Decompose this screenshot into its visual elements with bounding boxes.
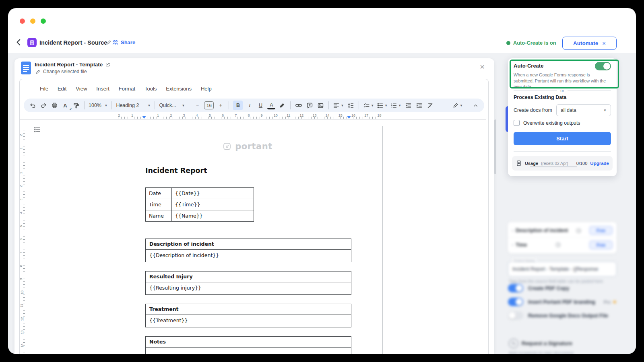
ruler-number: 13: [20, 330, 24, 334]
insert-link-icon[interactable]: [295, 101, 303, 110]
ruler-number: 2: [118, 113, 120, 117]
ruler-number: 15: [339, 113, 343, 117]
menu-file[interactable]: File: [40, 86, 48, 92]
chevron-down-icon: ▼: [603, 109, 607, 112]
redo-icon[interactable]: [39, 101, 47, 110]
horizontal-ruler[interactable]: 21123456789101112131415161718: [20, 113, 486, 120]
output-name-input[interactable]: Incident Report - Template - {{Response: [508, 261, 617, 277]
app-window: Incident Report - Source Share Auto-Crea…: [8, 8, 636, 354]
zoom-select[interactable]: 100% ▼: [89, 101, 107, 110]
bold-button[interactable]: B: [233, 101, 243, 110]
ruler-number: 2: [19, 185, 23, 187]
document-page[interactable]: portant Incident Report Date{{Date}} Tim…: [112, 126, 383, 354]
menu-edit[interactable]: Edit: [58, 86, 66, 92]
font-family-select[interactable]: Quick...▼: [159, 101, 185, 110]
window-zoom-button[interactable]: [41, 19, 46, 24]
ruler-number: 3: [183, 113, 185, 117]
ruler-number: 16: [351, 113, 355, 117]
line-spacing-icon[interactable]: [347, 101, 355, 110]
workflow-title: Incident Report - Source: [39, 39, 107, 46]
ruler-number: 1: [19, 148, 23, 150]
automate-close-icon[interactable]: ×: [602, 40, 606, 47]
menu-format[interactable]: Format: [119, 86, 135, 92]
numbered-list-select[interactable]: ▼: [390, 101, 401, 110]
signature-icon: ✎: [509, 339, 518, 348]
request-signature-title: Request a Signature: [522, 340, 572, 346]
insert-image-icon[interactable]: [316, 101, 324, 110]
align-select[interactable]: ▼: [333, 101, 344, 110]
status-dot-icon: [506, 41, 510, 45]
share-button[interactable]: Share: [112, 39, 135, 46]
option-row: Create PDF Copy: [508, 284, 569, 292]
create-docs-from-label: Create docs from: [514, 107, 552, 113]
bulleted-list-select[interactable]: ▼: [377, 101, 388, 110]
automate-popover: Auto-Create When a new Google Forms resp…: [508, 58, 617, 176]
auto-create-toggle[interactable]: [595, 62, 611, 70]
paragraph-style-select[interactable]: Heading 2▼: [116, 101, 151, 110]
left-margin-marker[interactable]: [142, 116, 146, 119]
window-close-button[interactable]: [20, 19, 25, 24]
start-button[interactable]: Start: [514, 132, 611, 145]
overwrite-checkbox[interactable]: [514, 120, 520, 126]
template-file-title: Incident Report - Template: [35, 62, 110, 68]
section-description: Description of incident {{Description of…: [145, 239, 351, 262]
print-icon[interactable]: [50, 101, 58, 110]
increase-font-size-button[interactable]: +: [217, 101, 225, 110]
text-color-button[interactable]: A: [267, 102, 275, 109]
decrease-font-size-button[interactable]: −: [193, 101, 201, 110]
rename-workflow-icon[interactable]: [106, 39, 112, 45]
source-field-row[interactable]: › Time Free: [508, 238, 617, 252]
highlight-color-icon[interactable]: [278, 101, 286, 110]
underline-button[interactable]: U: [256, 101, 264, 110]
vertical-ruler[interactable]: 211234567891011121314: [20, 121, 26, 354]
overwrite-checkbox-row[interactable]: Overwrite existing outputs: [514, 120, 580, 126]
section-treatment: Treatment {{Treatment}}: [145, 304, 351, 327]
collapse-toolbar-icon[interactable]: [471, 101, 479, 110]
upgrade-link[interactable]: Upgrade: [590, 161, 609, 166]
ruler-number: 13: [312, 113, 316, 117]
ruler-number: 4: [19, 212, 23, 214]
scrollbar[interactable]: [494, 119, 496, 174]
editing-mode-select[interactable]: ▼: [452, 101, 463, 110]
open-external-icon[interactable]: [105, 62, 110, 67]
add-comment-icon[interactable]: [305, 101, 314, 110]
auto-create-description: When a new Google Forms response is subm…: [514, 72, 611, 90]
create-pdf-toggle[interactable]: [508, 284, 523, 292]
history-icon[interactable]: [555, 242, 561, 248]
paint-format-icon[interactable]: [72, 101, 80, 110]
clear-formatting-icon[interactable]: [426, 101, 434, 110]
google-docs-frame: File Edit View Insert Format Tools Exten…: [19, 79, 489, 354]
menu-view[interactable]: View: [76, 86, 87, 92]
pdf-branding-toggle[interactable]: [508, 298, 523, 306]
change-selected-file-button[interactable]: Change selected file: [35, 69, 87, 74]
remove-gdocs-toggle[interactable]: [508, 311, 523, 320]
ruler-number: 2: [170, 113, 172, 117]
data-range-select[interactable]: all data ▼: [556, 104, 611, 116]
back-button[interactable]: [14, 38, 24, 47]
decrease-indent-icon[interactable]: [404, 101, 412, 110]
menu-tools[interactable]: Tools: [144, 86, 157, 92]
info-table: Date{{Date}} Time{{Time}} Name{{Name}}: [145, 187, 254, 222]
italic-button[interactable]: I: [246, 101, 254, 110]
menu-insert[interactable]: Insert: [96, 86, 109, 92]
field-badge[interactable]: Free: [589, 226, 613, 235]
table-row: Name{{Name}}: [146, 210, 254, 222]
increase-indent-icon[interactable]: [415, 101, 423, 110]
undo-icon[interactable]: [29, 101, 37, 110]
usage-doc-icon: [516, 160, 522, 167]
source-field-row[interactable]: › Description of incident Free: [508, 224, 617, 238]
checklist-select[interactable]: ▼: [363, 101, 374, 110]
font-size-input[interactable]: 16: [204, 101, 214, 109]
right-margin-marker[interactable]: [347, 116, 351, 119]
history-icon[interactable]: [576, 228, 582, 234]
field-badge[interactable]: Free: [589, 241, 613, 249]
menu-help[interactable]: Help: [201, 86, 212, 92]
close-panel-icon[interactable]: ×: [480, 62, 485, 71]
window-minimize-button[interactable]: [30, 19, 35, 24]
menu-extensions[interactable]: Extensions: [166, 86, 192, 92]
document-outline-icon[interactable]: [33, 126, 41, 135]
table-row: Date{{Date}}: [146, 188, 254, 199]
automate-button[interactable]: Automate ×: [562, 37, 617, 50]
ruler-number: 11: [287, 113, 290, 117]
spell-check-icon[interactable]: A✓: [61, 101, 69, 110]
